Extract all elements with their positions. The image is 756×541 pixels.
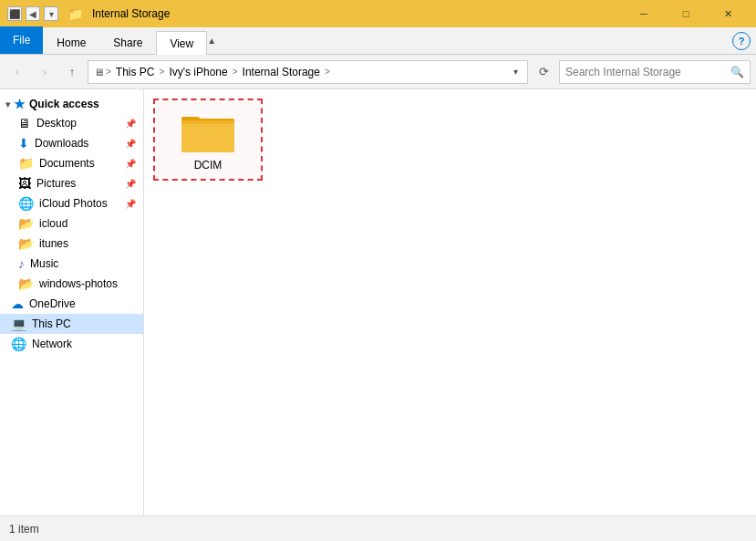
icloud-photos-icon: 🌐	[18, 196, 34, 211]
tab-home[interactable]: Home	[43, 30, 99, 54]
sidebar-item-onedrive[interactable]: ☁ OneDrive	[0, 294, 143, 314]
minimize-button[interactable]: ─	[623, 0, 665, 27]
tab-view[interactable]: View	[156, 31, 207, 55]
sidebar-item-windows-photos[interactable]: 📂 windows-photos	[0, 274, 143, 294]
search-input[interactable]	[565, 66, 727, 78]
sidebar-item-desktop[interactable]: 🖥 Desktop 📌	[0, 113, 143, 133]
sidebar-item-icloud-photos[interactable]: 🌐 iCloud Photos 📌	[0, 193, 143, 213]
path-dropdown-arrow[interactable]: ▾	[510, 65, 522, 78]
title-bar-back[interactable]: ◀	[26, 6, 40, 21]
search-icon: 🔍	[730, 66, 744, 78]
sidebar-item-network-label: Network	[32, 338, 136, 350]
refresh-button[interactable]: ⟳	[532, 60, 555, 84]
sidebar-item-downloads[interactable]: ⬇ Downloads 📌	[0, 133, 143, 153]
itunes-icon: 📂	[18, 236, 34, 251]
desktop-icon: 🖥	[18, 116, 31, 130]
title-bar-title: Internal Storage	[92, 7, 617, 20]
sidebar-item-itunes-label: itunes	[39, 237, 136, 250]
title-bar-quick-access[interactable]: ⬛	[7, 6, 22, 21]
sidebar-item-music[interactable]: ♪ Music	[0, 254, 143, 274]
path-segment-iphone[interactable]: Ivy's iPhone	[166, 66, 230, 78]
pictures-icon: 🖼	[18, 176, 31, 191]
onedrive-icon: ☁	[11, 297, 24, 311]
main-container: ▾ ★ Quick access 🖥 Desktop 📌 ⬇ Downloads…	[0, 89, 756, 515]
sidebar-item-this-pc[interactable]: 💻 This PC	[0, 314, 143, 334]
content-area: DCIM	[144, 89, 756, 515]
status-bar: 1 item	[0, 515, 756, 541]
sidebar-item-icloud-label: icloud	[39, 217, 136, 230]
sidebar-item-desktop-label: Desktop	[36, 117, 119, 130]
title-bar-icons: ⬛ ◀ ▾	[7, 6, 58, 21]
folder-item-dcim[interactable]: DCIM	[153, 99, 263, 181]
music-icon: ♪	[18, 256, 25, 271]
svg-rect-1	[181, 120, 234, 152]
sidebar-section-quick-access[interactable]: ▾ ★ Quick access	[0, 93, 143, 113]
this-pc-icon: 💻	[11, 317, 26, 331]
sidebar-item-pictures-label: Pictures	[36, 177, 119, 190]
sidebar-item-pictures[interactable]: 🖼 Pictures 📌	[0, 173, 143, 193]
sidebar-item-network[interactable]: 🌐 Network	[0, 334, 143, 354]
back-button[interactable]: ‹	[5, 60, 29, 84]
downloads-icon: ⬇	[18, 136, 29, 151]
sidebar-item-icloud[interactable]: 📂 icloud	[0, 213, 143, 234]
address-bar: ‹ › ↑ 🖥 > This PC > Ivy's iPhone > Inter…	[0, 55, 756, 89]
folder-label-dcim: DCIM	[194, 159, 223, 172]
sidebar-item-this-pc-label: This PC	[32, 317, 136, 330]
folder-icon-wrapper	[181, 108, 235, 155]
up-button[interactable]: ↑	[60, 60, 84, 84]
pin-icon-pictures: 📌	[125, 179, 136, 189]
path-root-icon: 🖥	[94, 67, 104, 78]
window-controls: ─ □ ✕	[623, 0, 749, 27]
pin-icon: 📌	[125, 119, 136, 129]
sidebar-item-documents[interactable]: 📁 Documents 📌	[0, 153, 143, 173]
windows-photos-icon: 📂	[18, 276, 34, 291]
forward-button[interactable]: ›	[33, 60, 57, 84]
status-text: 1 item	[9, 523, 39, 536]
maximize-button[interactable]: □	[665, 0, 707, 27]
icloud-icon: 📂	[18, 216, 34, 231]
svg-rect-2	[181, 120, 234, 124]
title-bar-forward[interactable]: ▾	[44, 6, 58, 21]
sidebar-item-downloads-label: Downloads	[35, 137, 119, 150]
pin-icon-documents: 📌	[125, 159, 136, 169]
close-button[interactable]: ✕	[707, 0, 749, 27]
title-bar-folder-icon: 📁	[67, 6, 83, 21]
address-path[interactable]: 🖥 > This PC > Ivy's iPhone > Internal St…	[88, 60, 528, 84]
path-segment-thispc[interactable]: This PC	[113, 66, 158, 78]
expand-icon: ▾	[5, 99, 10, 109]
quick-access-icon: ★	[14, 97, 26, 111]
file-menu-button[interactable]: File	[0, 26, 43, 54]
help-button[interactable]: ?	[732, 32, 751, 50]
sidebar-item-itunes[interactable]: 📂 itunes	[0, 234, 143, 254]
ribbon-collapse-icon[interactable]: ▲	[207, 36, 216, 46]
documents-icon: 📁	[18, 156, 34, 171]
sidebar-item-documents-label: Documents	[39, 157, 119, 170]
path-segment-storage[interactable]: Internal Storage	[240, 66, 323, 78]
sidebar-item-onedrive-label: OneDrive	[29, 297, 136, 310]
tab-share[interactable]: Share	[99, 30, 156, 54]
ribbon-tabs: File Home Share View ▲ ?	[0, 27, 756, 55]
quick-access-label: Quick access	[29, 98, 99, 110]
sidebar-item-icloud-photos-label: iCloud Photos	[39, 197, 119, 210]
sidebar: ▾ ★ Quick access 🖥 Desktop 📌 ⬇ Downloads…	[0, 89, 144, 515]
pin-icon-downloads: 📌	[125, 139, 136, 149]
title-bar: ⬛ ◀ ▾ 📁 Internal Storage ─ □ ✕	[0, 0, 756, 27]
pin-icon-icloud-photos: 📌	[125, 199, 136, 209]
folder-svg-icon	[181, 108, 235, 155]
network-icon: 🌐	[11, 337, 26, 351]
sidebar-item-music-label: Music	[30, 257, 136, 270]
search-box[interactable]: 🔍	[559, 60, 751, 84]
sidebar-item-windows-photos-label: windows-photos	[39, 277, 136, 290]
